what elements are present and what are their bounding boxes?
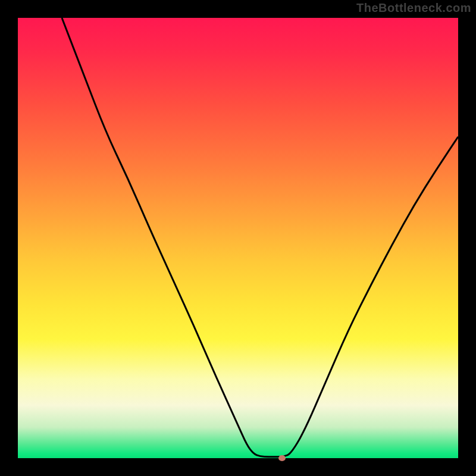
bottleneck-curve <box>18 18 458 458</box>
chart-container: TheBottleneck.com <box>0 0 476 476</box>
watermark-text: TheBottleneck.com <box>356 1 471 15</box>
plot-area <box>18 18 458 458</box>
optimal-point-marker <box>278 455 286 461</box>
